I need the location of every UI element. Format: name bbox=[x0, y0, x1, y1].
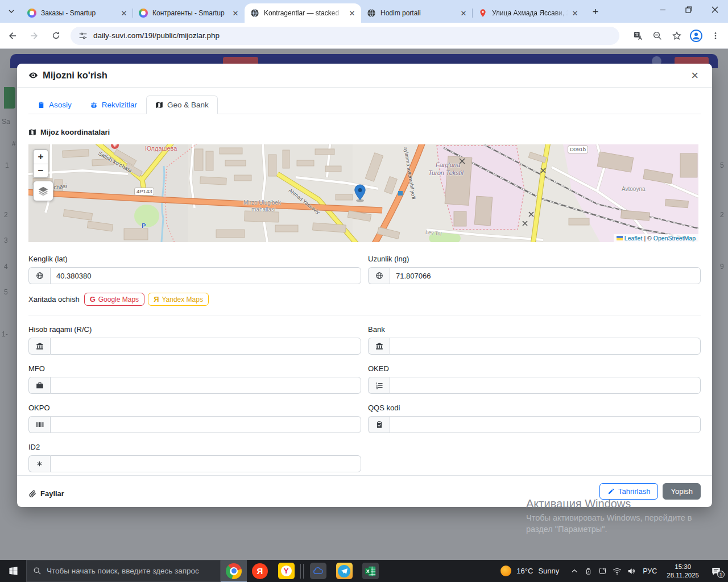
id2-input[interactable] bbox=[50, 455, 361, 472]
tab-title: Kontragentlar — stacked bbox=[264, 9, 345, 17]
tab-close-icon[interactable]: ✕ bbox=[119, 9, 129, 18]
browser-tabstrip: Заказы - Smartup ✕ Контрагенты - Smartup… bbox=[0, 0, 728, 23]
mfo-input[interactable] bbox=[50, 377, 361, 394]
map-marked-icon bbox=[155, 101, 163, 109]
close-modal-button[interactable]: Yopish bbox=[663, 483, 701, 500]
tab-title: Контрагенты - Smartup bbox=[152, 9, 229, 17]
bank-label: Bank bbox=[368, 325, 701, 334]
window-controls bbox=[650, 0, 728, 23]
map-attribution: Leaflet | © OpenStreetMap bbox=[614, 234, 698, 242]
briefcase-icon bbox=[28, 377, 50, 394]
tab-kontragentlar-active[interactable]: Kontragentlar — stacked ✕ bbox=[245, 3, 361, 23]
tab-ulitsa[interactable]: Улица Ахмада Яссави, 2 ✕ bbox=[473, 3, 584, 23]
oked-input[interactable] bbox=[390, 377, 701, 394]
leaflet-map[interactable]: Юлдашева Salish ko'chasi y ko'chasi Mirz… bbox=[28, 144, 698, 242]
lat-input[interactable] bbox=[50, 267, 361, 284]
qqs-input[interactable] bbox=[390, 416, 701, 433]
menu-button[interactable] bbox=[706, 27, 725, 45]
tab-close-icon[interactable]: ✕ bbox=[459, 9, 468, 18]
search-placeholder: Чтобы начать поиск, введите здесь запрос bbox=[47, 567, 199, 575]
taskbar-weather[interactable]: 16°C Sunny bbox=[493, 566, 567, 576]
taskbar-search[interactable]: Чтобы начать поиск, введите здесь запрос bbox=[26, 560, 221, 582]
minimize-button[interactable] bbox=[650, 0, 676, 19]
backdrop-row-number: 3 bbox=[4, 236, 8, 244]
tray-wifi[interactable] bbox=[610, 560, 624, 582]
leaflet-link[interactable]: Leaflet bbox=[624, 235, 643, 242]
tab-zakazy[interactable]: Заказы - Smartup ✕ bbox=[22, 3, 133, 23]
bank-input[interactable] bbox=[390, 338, 701, 355]
yandex-ya-icon: Я bbox=[154, 295, 159, 304]
clipboard-check-icon bbox=[368, 416, 390, 433]
tab-rekvizitlar[interactable]: Rekvizitlar bbox=[81, 95, 146, 114]
bookmark-button[interactable] bbox=[668, 27, 686, 45]
browser-toolbar: daily-suvi.com/19l/public/mijozlar.php bbox=[0, 23, 728, 49]
new-tab-button[interactable]: + bbox=[588, 4, 603, 20]
globe-favicon bbox=[250, 9, 259, 18]
mfo-oked-row: MFO OKED bbox=[28, 364, 701, 394]
yandex-maps-button[interactable]: Я Yandex Maps bbox=[148, 293, 209, 306]
attr-separator: | bbox=[644, 235, 646, 242]
profile-button[interactable] bbox=[687, 27, 705, 45]
taskbar-yandex[interactable]: Y bbox=[273, 560, 299, 582]
back-button[interactable] bbox=[3, 27, 22, 45]
tray-device[interactable] bbox=[595, 560, 610, 582]
backdrop-text: 1- bbox=[2, 330, 8, 338]
start-button[interactable] bbox=[0, 560, 26, 582]
url-bar[interactable]: daily-suvi.com/19l/public/mijozlar.php bbox=[71, 27, 619, 45]
attr-copyright: © bbox=[647, 235, 652, 242]
backdrop-digit: 5 bbox=[720, 161, 724, 169]
taskbar-telegram[interactable] bbox=[331, 560, 357, 582]
tray-volume[interactable] bbox=[624, 560, 638, 582]
taskbar-clock[interactable]: 15:30 28.11.2025 bbox=[661, 563, 704, 580]
taskbar: Чтобы начать поиск, введите здесь запрос… bbox=[0, 560, 728, 582]
reload-button[interactable] bbox=[47, 27, 65, 45]
notification-center-button[interactable]: 1 bbox=[704, 560, 728, 582]
account-input[interactable] bbox=[50, 338, 361, 355]
tab-close-icon[interactable]: ✕ bbox=[348, 9, 357, 18]
translate-button[interactable] bbox=[629, 27, 647, 45]
tab-asosiy[interactable]: Asosiy bbox=[28, 95, 81, 114]
taskbar-chrome[interactable] bbox=[221, 560, 247, 582]
backdrop-row-number: 2 bbox=[4, 211, 8, 219]
tab-geo-bank[interactable]: Geo & Bank bbox=[146, 95, 218, 114]
lng-input[interactable] bbox=[390, 267, 701, 284]
taskbar-yandex-browser[interactable]: Я bbox=[247, 560, 273, 582]
backdrop-text: # bbox=[12, 140, 16, 148]
close-window-button[interactable] bbox=[702, 0, 728, 19]
tab-kontragenty[interactable]: Контрагенты - Smartup ✕ bbox=[133, 3, 245, 23]
language-indicator[interactable]: РУС bbox=[638, 567, 661, 575]
tab-label: Asosiy bbox=[49, 101, 72, 109]
okpo-input[interactable] bbox=[50, 416, 361, 433]
windows-logo-icon bbox=[9, 566, 18, 576]
tab-hodim[interactable]: Hodim portali ✕ bbox=[361, 3, 473, 23]
taskbar-cloud-app[interactable] bbox=[305, 560, 331, 582]
map-marker-icon[interactable] bbox=[353, 184, 367, 202]
chrome-icon bbox=[226, 563, 242, 579]
sun-icon bbox=[500, 566, 511, 576]
zoom-button[interactable] bbox=[648, 27, 667, 45]
forward-button[interactable] bbox=[25, 27, 43, 45]
tablet-icon bbox=[598, 567, 607, 575]
restore-button[interactable] bbox=[676, 0, 702, 19]
map-layers-control[interactable] bbox=[33, 181, 53, 201]
account-bank-row: Hisob raqami (R/C) Bank bbox=[28, 325, 701, 355]
usb-icon bbox=[584, 567, 593, 575]
yandex-icon: Y bbox=[278, 563, 295, 579]
taskbar-excel[interactable] bbox=[357, 560, 383, 582]
google-maps-button[interactable]: G Google Maps bbox=[84, 293, 145, 306]
tab-search-button[interactable] bbox=[3, 3, 19, 19]
tab-close-icon[interactable]: ✕ bbox=[570, 9, 580, 18]
tray-expand-button[interactable] bbox=[567, 560, 581, 582]
zoom-out-button[interactable]: − bbox=[34, 164, 48, 177]
tab-close-icon[interactable]: ✕ bbox=[231, 9, 240, 18]
asterisk-icon bbox=[28, 455, 50, 472]
telegram-icon bbox=[336, 563, 353, 579]
map-icon bbox=[28, 128, 36, 136]
layers-icon bbox=[37, 185, 49, 197]
zoom-in-button[interactable]: + bbox=[34, 150, 48, 164]
modal-close-button[interactable]: × bbox=[689, 68, 701, 83]
taskbar-separator bbox=[300, 564, 301, 579]
account-label: Hisob raqami (R/C) bbox=[28, 325, 361, 334]
osm-link[interactable]: OpenStreetMap bbox=[653, 235, 696, 242]
tray-usb[interactable] bbox=[581, 560, 595, 582]
